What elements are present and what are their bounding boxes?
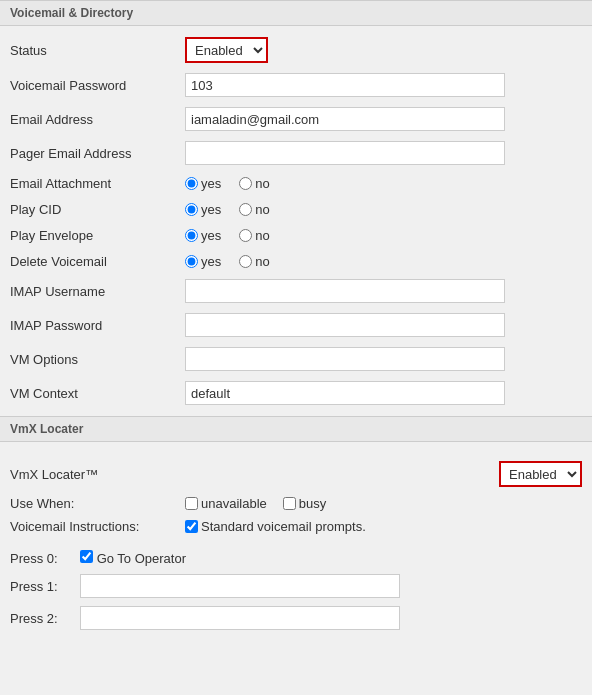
play-envelope-no-radio[interactable] [239, 229, 252, 242]
play-envelope-row: Play Envelope yes no [10, 222, 582, 248]
vm-options-row: VM Options [10, 342, 582, 376]
voicemail-instructions-control: Standard voicemail prompts. [185, 519, 366, 534]
delete-voicemail-yes-radio[interactable] [185, 255, 198, 268]
vmx-status-select[interactable]: Enabled Disabled [499, 461, 582, 487]
delete-voicemail-no-label[interactable]: no [239, 254, 269, 269]
imap-username-input[interactable] [185, 279, 505, 303]
use-when-label: Use When: [10, 496, 185, 511]
status-select[interactable]: Enabled Disabled [185, 37, 268, 63]
play-cid-no-label[interactable]: no [239, 202, 269, 217]
email-address-label: Email Address [10, 112, 185, 127]
press0-row: Press 0: Go To Operator [10, 546, 582, 570]
vmx-form-area: VmX Locater™ Enabled Disabled Use When: … [0, 442, 592, 640]
email-address-row: Email Address [10, 102, 582, 136]
email-attachment-no-radio[interactable] [239, 177, 252, 190]
play-envelope-label: Play Envelope [10, 228, 185, 243]
vm-options-input[interactable] [185, 347, 505, 371]
status-row: Status Enabled Disabled [10, 32, 582, 68]
press1-input[interactable] [80, 574, 400, 598]
email-attachment-row: Email Attachment yes no [10, 170, 582, 196]
standard-prompts-label[interactable]: Standard voicemail prompts. [185, 519, 366, 534]
email-attachment-label: Email Attachment [10, 176, 185, 191]
delete-voicemail-row: Delete Voicemail yes no [10, 248, 582, 274]
vm-context-label: VM Context [10, 386, 185, 401]
vm-context-input[interactable] [185, 381, 505, 405]
imap-password-label: IMAP Password [10, 318, 185, 333]
pager-email-label: Pager Email Address [10, 146, 185, 161]
standard-prompts-checkbox[interactable] [185, 520, 198, 533]
delete-voicemail-label: Delete Voicemail [10, 254, 185, 269]
email-address-control [185, 107, 582, 131]
pager-email-input[interactable] [185, 141, 505, 165]
pager-email-control [185, 141, 582, 165]
press0-label: Press 0: [10, 551, 80, 566]
press2-row: Press 2: [10, 602, 582, 634]
go-to-op-group: Go To Operator [80, 550, 186, 566]
play-cid-row: Play CID yes no [10, 196, 582, 222]
email-attachment-no-label[interactable]: no [239, 176, 269, 191]
imap-username-control [185, 279, 582, 303]
imap-password-row: IMAP Password [10, 308, 582, 342]
imap-username-label: IMAP Username [10, 284, 185, 299]
email-attachment-yes-radio[interactable] [185, 177, 198, 190]
press2-label: Press 2: [10, 611, 80, 626]
play-cid-no-radio[interactable] [239, 203, 252, 216]
email-attachment-yes-label[interactable]: yes [185, 176, 221, 191]
play-envelope-yes-radio[interactable] [185, 229, 198, 242]
delete-voicemail-yes-label[interactable]: yes [185, 254, 221, 269]
voicemail-password-row: Voicemail Password [10, 68, 582, 102]
press1-label: Press 1: [10, 579, 80, 594]
status-control: Enabled Disabled [185, 37, 582, 63]
section-header-vmx: VmX Locater [0, 416, 592, 442]
busy-checkbox[interactable] [283, 497, 296, 510]
voicemail-instructions-label: Voicemail Instructions: [10, 519, 185, 534]
voicemail-password-control [185, 73, 582, 97]
go-to-operator-label[interactable]: Go To Operator [80, 550, 186, 566]
email-address-input[interactable] [185, 107, 505, 131]
press2-input[interactable] [80, 606, 400, 630]
voicemail-instructions-row: Voicemail Instructions: Standard voicema… [10, 515, 582, 538]
vm-context-row: VM Context [10, 376, 582, 410]
section-header-voicemail: Voicemail & Directory [0, 0, 592, 26]
voicemail-password-input[interactable] [185, 73, 505, 97]
vmx-title-label: VmX Locater™ [10, 467, 499, 482]
play-cid-yes-label[interactable]: yes [185, 202, 221, 217]
vmx-locater-section: VmX Locater VmX Locater™ Enabled Disable… [0, 416, 592, 640]
vm-options-control [185, 347, 582, 371]
voicemail-directory-section: Voicemail & Directory Status Enabled Dis… [0, 0, 592, 416]
play-envelope-control: yes no [185, 228, 582, 243]
vm-context-control [185, 381, 582, 405]
unavailable-checkbox[interactable] [185, 497, 198, 510]
delete-voicemail-no-radio[interactable] [239, 255, 252, 268]
go-to-operator-checkbox[interactable] [80, 550, 93, 563]
vmx-status-control: Enabled Disabled [499, 461, 582, 487]
play-cid-label: Play CID [10, 202, 185, 217]
imap-username-row: IMAP Username [10, 274, 582, 308]
busy-label[interactable]: busy [283, 496, 326, 511]
play-envelope-yes-label[interactable]: yes [185, 228, 221, 243]
vmx-title-row: VmX Locater™ Enabled Disabled [10, 456, 582, 492]
vm-options-label: VM Options [10, 352, 185, 367]
unavailable-label[interactable]: unavailable [185, 496, 267, 511]
voicemail-password-label: Voicemail Password [10, 78, 185, 93]
imap-password-input[interactable] [185, 313, 505, 337]
press1-row: Press 1: [10, 570, 582, 602]
play-envelope-no-label[interactable]: no [239, 228, 269, 243]
play-cid-yes-radio[interactable] [185, 203, 198, 216]
use-when-row: Use When: unavailable busy [10, 492, 582, 515]
use-when-checkboxes: unavailable busy [185, 496, 326, 511]
play-cid-control: yes no [185, 202, 582, 217]
pager-email-row: Pager Email Address [10, 136, 582, 170]
imap-password-control [185, 313, 582, 337]
delete-voicemail-control: yes no [185, 254, 582, 269]
voicemail-form-area: Status Enabled Disabled Voicemail Passwo… [0, 26, 592, 416]
status-label: Status [10, 43, 185, 58]
email-attachment-control: yes no [185, 176, 582, 191]
